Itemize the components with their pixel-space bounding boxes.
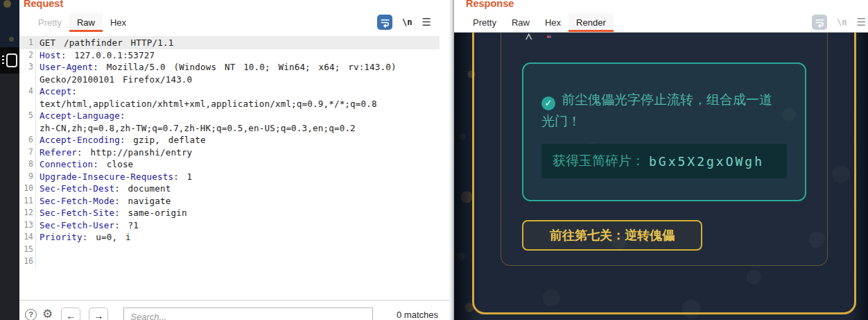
clipped-heading: △ [523,33,565,40]
line-number [19,74,33,86]
line-content: User-Agent: Mozilla/5.0 (Windows NT 10.0… [35,61,397,74]
line-number: 5 [19,110,33,122]
line-content: GET /pathfinder HTTP/1.1 [35,37,173,49]
request-line: 7Referer: http://panshi/entry [19,146,440,159]
tab-hex[interactable]: Hex [103,13,134,32]
request-line: 6Accept-Encoding: gzip, deflate [19,134,440,146]
line-number: 9 [19,171,33,183]
request-panel: Request PrettyRawHex \n ☰ 1GET /pathfind… [19,0,449,320]
editor-menu-icon[interactable]: ☰ [856,16,865,28]
line-content [35,255,40,268]
line-number: 11 [19,195,33,208]
screen: { "request_panel": { "title": "Request",… [0,0,868,320]
line-number: 4 [19,85,33,98]
line-content: zh-CN,zh;q=0.8,zh-TW;q=0.7,zh-HK;q=0.5,e… [35,122,356,135]
tab-pretty[interactable]: Pretty [31,13,69,32]
line-number [19,122,33,135]
line-number: 8 [19,158,33,171]
line-content: Accept-Encoding: gzip, deflate [35,134,206,146]
next-match-button[interactable]: → [89,308,108,320]
render-view[interactable]: △ ✓前尘傀儡光字停止流转，组合成一道光门！ 获得玉简碎片： bGx5X2gxO… [454,32,868,320]
line-number: 14 [19,231,33,244]
gold-bokeh-dot [3,0,11,8]
game-background-edge [0,0,19,49]
gear-icon[interactable]: ⚙ [42,308,53,320]
line-number: 15 [19,244,33,256]
fragment-label: 获得玉简碎片： [553,152,645,170]
request-line: 15 [19,244,440,256]
previous-match-button[interactable]: ← [61,308,80,320]
line-content [35,244,40,256]
next-level-button[interactable]: 前往第七关：逆转傀儡 [522,220,702,251]
window-icon-tick [2,56,4,57]
line-number: 13 [19,219,33,232]
line-number: 3 [19,61,33,74]
clipped-glyph-fragment [547,35,550,38]
request-line: 1GET /pathfinder HTTP/1.1 [19,37,440,49]
jade-fragment-box: 获得玉简碎片： bGx5X2gxOWgh [541,144,787,178]
request-line: 9Upgrade-Insecure-Requests: 1 [19,171,440,183]
window-icon-tick [2,59,4,60]
line-content: Gecko/20100101 Firefox/143.0 [35,74,192,86]
tab-pretty[interactable]: Pretty [465,13,504,32]
response-panel: Response PrettyRawHexRender \n ☰ △ ✓前尘傀儡… [454,0,868,320]
request-panel-title: Request [24,0,63,9]
panel-divider[interactable] [449,0,454,320]
request-line: 14Priority: u=0, i [19,231,440,244]
request-line: text/html,application/xhtml+xml,applicat… [19,98,440,110]
line-number: 16 [19,255,33,268]
window-icon [6,53,17,67]
match-count: 0 matches [397,308,438,320]
line-content: Accept: [35,85,85,98]
editor-menu-icon[interactable]: ☰ [422,16,431,28]
request-tabbar: PrettyRawHex [31,13,134,32]
line-content: Priority: u=0, i [35,231,131,244]
request-line: 4Accept: [19,85,440,98]
line-number: 10 [19,183,33,195]
word-wrap-icon[interactable] [377,15,392,30]
line-number: 12 [19,207,33,219]
request-line: 3User-Agent: Mozilla/5.0 (Windows NT 10.… [19,61,440,74]
line-content: Referer: http://panshi/entry [35,146,192,159]
request-editor-toolbar: \n ☰ [377,15,431,30]
success-message-text: 前尘傀儡光字停止流转，组合成一道光门！ [541,92,772,128]
request-line: 2Host: 127.0.0.1:53727 [19,49,440,62]
help-icon[interactable]: ? [25,309,37,320]
background-window-strip [0,0,19,320]
request-line: Gecko/20100101 Firefox/143.0 [19,74,440,86]
line-number: 1 [19,37,33,49]
tab-hex[interactable]: Hex [537,13,568,32]
success-message: ✓前尘傀儡光字停止流转，组合成一道光门！ [541,89,773,132]
show-newlines-icon[interactable]: \n [402,17,412,27]
tab-raw[interactable]: Raw [504,13,537,32]
request-line: zh-CN,zh;q=0.8,zh-TW;q=0.7,zh-HK;q=0.5,e… [19,122,440,135]
line-content: Upgrade-Insecure-Requests: 1 [35,171,192,183]
request-line: 10Sec-Fetch-Dest: document [19,183,440,195]
line-content: Sec-Fetch-Mode: navigate [35,195,171,208]
line-number: 2 [19,49,33,62]
check-circle-icon: ✓ [541,96,555,110]
request-editor[interactable]: 1GET /pathfinder HTTP/1.12Host: 127.0.0.… [19,36,440,300]
line-content: Sec-Fetch-Dest: document [35,183,171,195]
gold-bokeh-dot [9,37,14,42]
tab-render[interactable]: Render [568,13,614,32]
fragment-code: bGx5X2gxOWgh [649,154,764,169]
line-content: Host: 127.0.0.1:53727 [35,49,155,62]
response-tabbar: PrettyRawHexRender [465,13,614,32]
line-content: text/html,application/xhtml+xml,applicat… [35,98,377,110]
line-content: Connection: close [35,158,133,171]
line-number: 7 [19,146,33,159]
line-content: Accept-Language: [35,110,133,122]
search-toolbar: ? ⚙ ← → 0 matches [19,300,449,320]
request-line: 16 [19,255,440,268]
line-number [19,98,33,110]
taskbar-fragment [0,47,19,74]
word-wrap-icon-disabled [812,15,827,30]
line-content: Sec-Fetch-Site: same-origin [35,207,187,219]
tab-raw[interactable]: Raw [69,13,103,32]
search-input[interactable] [123,308,373,320]
request-line: 8Connection: close [19,158,440,171]
request-line: 13Sec-Fetch-User: ?1 [19,219,440,232]
show-newlines-icon-disabled: \n [837,17,847,27]
line-content: Sec-Fetch-User: ?1 [35,219,139,232]
